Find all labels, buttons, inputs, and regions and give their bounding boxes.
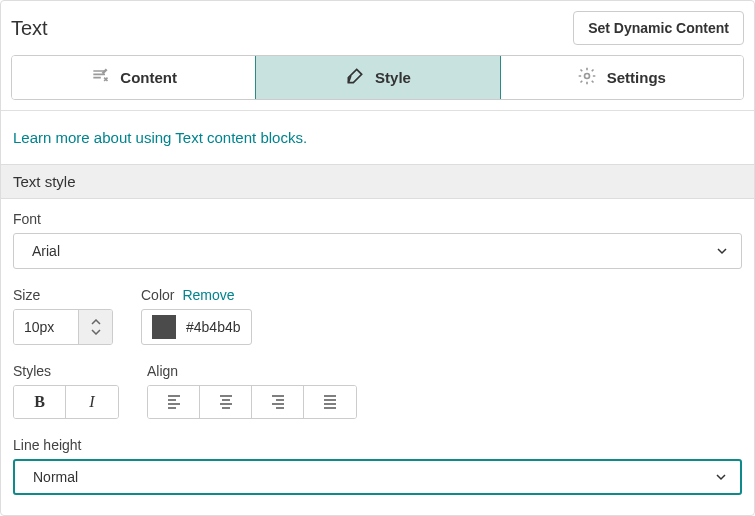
align-right-icon [270,393,286,412]
tab-bar: Content Style Settings [11,55,744,100]
panel-header: Text Set Dynamic Content [1,1,754,55]
style-icon [345,66,365,89]
line-height-value: Normal [33,469,78,485]
content-icon [90,66,110,89]
line-height-label: Line height [13,437,742,453]
chevron-down-icon [716,472,726,482]
color-hex: #4b4b4b [186,319,241,335]
size-input[interactable] [14,310,78,344]
chevron-down-icon [717,246,727,256]
align-label: Align [147,363,357,379]
font-value: Arial [32,243,60,259]
align-left-button[interactable] [148,386,200,418]
styles-label: Styles [13,363,119,379]
styles-group: B I [13,385,119,419]
size-stepper[interactable] [78,310,112,344]
help-link-row: Learn more about using Text content bloc… [1,111,754,164]
italic-button[interactable]: I [66,386,118,418]
section-body: Font Arial Size [1,199,754,507]
color-combo: #4b4b4b [141,309,252,345]
gear-icon [577,66,597,89]
color-swatch[interactable] [152,315,176,339]
tab-label: Settings [607,69,666,86]
svg-point-0 [584,74,589,79]
size-label: Size [13,287,113,303]
font-select[interactable]: Arial [13,233,742,269]
tab-content[interactable]: Content [12,56,256,99]
tab-label: Content [120,69,177,86]
align-justify-button[interactable] [304,386,356,418]
font-label: Font [13,211,742,227]
tab-label: Style [375,69,411,86]
align-center-icon [218,393,234,412]
align-group [147,385,357,419]
align-right-button[interactable] [252,386,304,418]
bold-button[interactable]: B [14,386,66,418]
tab-settings[interactable]: Settings [500,56,743,99]
color-label: Color [141,287,174,303]
section-header: Text style [1,164,754,199]
panel-title: Text [11,17,48,40]
line-height-select[interactable]: Normal [13,459,742,495]
tab-style[interactable]: Style [255,55,500,100]
text-block-panel: Text Set Dynamic Content Content Style [0,0,755,516]
size-combo [13,309,113,345]
color-remove-link[interactable]: Remove [182,287,234,303]
align-justify-icon [322,393,338,412]
align-center-button[interactable] [200,386,252,418]
align-left-icon [166,393,182,412]
set-dynamic-content-button[interactable]: Set Dynamic Content [573,11,744,45]
help-link[interactable]: Learn more about using Text content bloc… [13,129,307,146]
